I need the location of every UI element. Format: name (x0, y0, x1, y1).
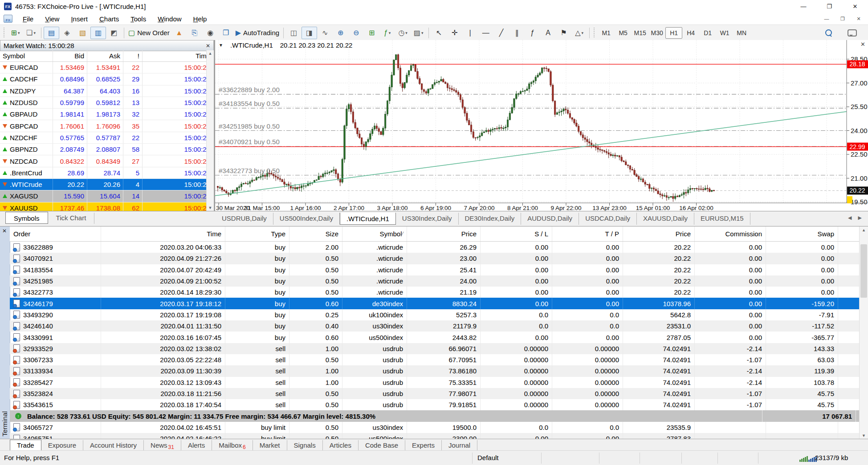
market-watch-row-xagusd[interactable]: XAGUSD15.59015.6041415:00:27 (0, 190, 207, 202)
close-button[interactable]: ✕ (842, 0, 868, 13)
chart-tab-eurusd-m15[interactable]: EURUSD,M15 (694, 213, 750, 225)
navigator-button[interactable]: ▧ (75, 27, 90, 39)
status-profile[interactable]: Default (477, 454, 499, 461)
order-row-34065727[interactable]: 340657272020.04.02 16:45:51buy limit0.50… (10, 422, 860, 433)
chart-close-icon[interactable]: ✕ (860, 41, 865, 48)
tab-trade[interactable]: Trade (10, 440, 41, 451)
profiles-button[interactable]: ❏▾ (23, 27, 39, 39)
order-row-34251985[interactable]: 342519852020.04.09 21:00:52buy0.50.wticr… (10, 275, 860, 287)
horizontal-line-button[interactable]: ― (478, 27, 493, 39)
tab-code-base[interactable]: Code Base (359, 440, 405, 450)
tab-journal[interactable]: Journal (442, 440, 477, 450)
chart-tabs-right-icon[interactable]: ▶ (858, 215, 862, 221)
scroll-up-icon[interactable]: ▲ (860, 228, 868, 232)
order-row-33133934[interactable]: 331339342020.03.09 11:30:39sell1.00usdru… (10, 365, 860, 376)
equidistant-channel-button[interactable]: ∥ (509, 27, 525, 39)
order-row-33285427[interactable]: 332854272020.03.12 13:09:43sell1.00usdru… (10, 377, 860, 388)
tab-signals[interactable]: Signals (287, 440, 323, 450)
market-watch-row-nzdjpy[interactable]: NZDJPY64.38764.4031615:00:25 (0, 85, 207, 97)
price-chart[interactable]: 28.5027.0025.5024.0022.5021.0019.50#3362… (215, 40, 868, 211)
scroll-down-icon[interactable]: ▼ (207, 206, 214, 210)
market-watch-row-nzdcad[interactable]: NZDCAD0.843220.843492715:00:26 (0, 155, 207, 167)
order-row-33493290[interactable]: 334932902020.03.17 19:19:08buy0.25uk100i… (10, 309, 860, 320)
order-row-33523824[interactable]: 335238242020.03.18 11:21:56sell0.50usdru… (10, 388, 860, 399)
minimize-button[interactable]: — (791, 0, 816, 13)
order-row-34246179[interactable]: 342461792020.03.17 19:18:12buy0.60de30in… (10, 298, 860, 309)
script-button[interactable]: ⎘ (187, 27, 203, 39)
terminal-button[interactable]: ▥ (90, 27, 106, 39)
chart-line-button[interactable]: ∿ (317, 27, 333, 39)
chart-tab-usdrub-daily[interactable]: USDRUB,Daily (216, 213, 273, 225)
child-close-button[interactable]: ✕ (854, 16, 864, 22)
tab-exposure[interactable]: Exposure (41, 440, 83, 450)
market-watch-row-gbpcad[interactable]: GBPCAD1.760611.760963515:00:27 (0, 120, 207, 132)
market-watch-row-gbpnzd[interactable]: GBPNZD2.087492.088075815:00:26 (0, 144, 207, 155)
chart-tab-xauusd-daily[interactable]: XAUUSD,Daily (637, 213, 694, 225)
market-watch-row-gbpaud[interactable]: GBPAUD1.981411.981733215:00:27 (0, 109, 207, 120)
order-row-34183554[interactable]: 341835542020.04.07 20:42:49buy0.50.wticr… (10, 264, 860, 275)
menu-insert[interactable]: Insert (65, 14, 94, 24)
scrollbar-thumb[interactable] (860, 244, 867, 298)
market-watch-close-icon[interactable]: ✕ (206, 43, 210, 49)
fibonacci-button[interactable]: ƒ (525, 27, 540, 39)
timeframe-mn-button[interactable]: MN (733, 27, 750, 39)
tab-articles[interactable]: Articles (323, 440, 359, 450)
market-watch-row-wticrude[interactable]: .WTICrude20.2220.26415:00:27 (0, 179, 207, 190)
chart-tabs-left-icon[interactable]: ◀ (848, 215, 852, 221)
order-row-34065751[interactable]: 340657512020.04.02 16:46:22buy limit0.50… (10, 433, 860, 439)
data-window-button[interactable]: ◈ (59, 27, 75, 39)
templates-button[interactable]: ▨▾ (411, 27, 426, 39)
web-terminal-button[interactable]: ❐ (218, 27, 234, 39)
tab-experts[interactable]: Experts (405, 440, 442, 450)
chart-tab-usdcad-daily[interactable]: USDCAD,Daily (579, 213, 637, 225)
market-watch-scrollbar[interactable]: ▲ ▼ (206, 50, 214, 211)
vertical-line-button[interactable]: | (462, 27, 478, 39)
scroll-down-icon[interactable]: ▼ (860, 433, 868, 438)
terminal-scrollbar[interactable]: ▲ ▼ (859, 226, 868, 439)
market-watch-row-brentcrud[interactable]: .BrentCrud28.6928.74515:00:25 (0, 167, 207, 179)
order-row-34070921[interactable]: 340709212020.04.09 21:27:26buy0.50.wticr… (10, 253, 860, 264)
menu-help[interactable]: Help (187, 14, 213, 24)
tab-account-history[interactable]: Account History (83, 440, 144, 450)
maximize-button[interactable]: ❐ (816, 0, 842, 13)
crosshair-button[interactable]: ✛ (447, 27, 462, 39)
market-watch-titlebar[interactable]: Market Watch: 15:00:28 ✕ (0, 40, 214, 51)
child-restore-button[interactable]: ❐ (838, 16, 848, 22)
market-watch-row-nzdusd[interactable]: NZDUSD0.597990.598121315:00:25 (0, 97, 207, 109)
timeframe-h4-button[interactable]: H4 (682, 27, 699, 39)
order-row-34322773[interactable]: 343227732020.04.14 18:29:30buy0.50.wticr… (10, 287, 860, 298)
market-watch-row-nzdchf[interactable]: NZDCHF0.577650.577872215:00:27 (0, 132, 207, 144)
market-watch-row-cadchf[interactable]: CADCHF0.684960.685252915:00:25 (0, 73, 207, 85)
indicators-button[interactable]: ƒ▾ (379, 27, 395, 39)
market-watch-button[interactable]: ▤ (44, 27, 59, 39)
chart-tab-us500index-daily[interactable]: US500Index,Daily (273, 213, 340, 225)
chart-candles-button[interactable]: ◨ (302, 27, 317, 39)
record-button[interactable]: ◉ (203, 27, 218, 39)
chart-tab-us30index-daily[interactable]: US30Index,Daily (396, 213, 459, 225)
menu-file[interactable]: File (17, 14, 39, 24)
terminal-close-icon[interactable]: ✕ (2, 228, 7, 234)
tab-mailbox[interactable]: Mailbox6 (212, 440, 253, 450)
trendline-button[interactable]: ╱ (493, 27, 509, 39)
tab-symbols[interactable]: Symbols (5, 212, 48, 224)
strategy-tester-button[interactable]: ◩ (106, 27, 122, 39)
timeframe-m5-button[interactable]: M5 (615, 27, 632, 39)
zoom-in-button[interactable]: ⊕ (333, 27, 348, 39)
chart-tab--wticrude-h1[interactable]: .WTICrude,H1 (340, 213, 396, 225)
menu-view[interactable]: View (39, 14, 65, 24)
child-minimize-button[interactable]: — (822, 16, 831, 22)
periods-button[interactable]: ◷▾ (395, 27, 411, 39)
tab-news[interactable]: News31 (144, 440, 181, 450)
search-button[interactable] (821, 27, 836, 39)
new-chart-button[interactable]: ⊞▾ (8, 27, 23, 39)
chart-tab-audusd-daily[interactable]: AUDUSD,Daily (521, 213, 579, 225)
menu-tools[interactable]: Tools (125, 14, 152, 24)
menu-charts[interactable]: Charts (94, 14, 125, 24)
metaeditor-button[interactable]: ▲ (171, 27, 187, 39)
timeframe-d1-button[interactable]: D1 (699, 27, 716, 39)
order-row-33067233[interactable]: 330672332020.03.05 22:22:48sell0.50usdru… (10, 354, 860, 365)
new-order-button[interactable]: ▢New Order (126, 27, 171, 39)
tab-alerts[interactable]: Alerts (181, 440, 212, 450)
menu-window[interactable]: Window (152, 14, 187, 24)
tile-windows-button[interactable]: ⊞ (364, 27, 379, 39)
